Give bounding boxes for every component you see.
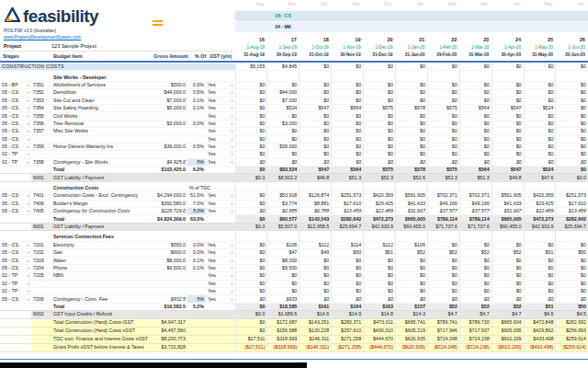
stage-select[interactable]: 05 - CS▾ [0,192,31,200]
website-link[interactable]: www.PropertyDevelopmentSystem.com [4,35,81,40]
gst-select[interactable]: Yes▾ [206,120,235,127]
gross-amount-cell[interactable]: $550.0 [149,241,187,248]
gst-select[interactable]: Yes▾ [206,248,235,256]
gst-select[interactable]: Yes▾ [206,241,235,248]
month-value-cell: $0 [300,264,332,271]
gst-select[interactable]: Yes▾ [206,257,235,264]
stage-select[interactable]: 02 - TP▾ [0,272,31,280]
pct-cell[interactable]: 5% [187,158,206,166]
gross-amount-cell[interactable]: $39,000.0 [149,143,187,150]
gross-amount-cell[interactable]: $4,294,000.0 [149,192,187,200]
stage-select[interactable]: 05 - CS▾ [0,264,31,271]
gst-select[interactable]: Yes▾ [206,208,235,215]
gst-select[interactable]: Yes▾ [206,104,235,111]
gst-select[interactable]: Yes▾ [206,151,235,158]
month-value-cell: $0 [395,128,427,135]
stage-select[interactable]: 05 - CS▾ [0,97,31,104]
stage-select[interactable]: 05 - CS▾ [0,104,31,111]
budget-code-cell[interactable]: 7357 [31,128,51,135]
stage-select[interactable]: 05 - CS▾ [0,143,31,150]
gross-amount-cell[interactable] [149,128,187,135]
budget-code-cell[interactable]: 7358 [31,158,51,166]
gross-amount-cell[interactable]: $9,500.0 [149,264,187,271]
month-value-cell: $0 [459,264,492,271]
stage-select[interactable]: 05 - CS▾ [0,248,31,256]
gross-amount-cell[interactable]: $8,000.0 [149,257,187,264]
gross-amount-cell[interactable]: $3,000.0 [149,120,187,127]
stage-select[interactable]: 05 - CS▾ [0,89,31,97]
month-value-cell: $142,543 [300,215,332,223]
gst-select[interactable]: Yes▾ [206,287,235,294]
gross-amount-cell[interactable] [149,151,187,158]
budget-code-cell[interactable]: 7352 [31,89,51,97]
pct-cell[interactable]: 5.0% [187,208,206,215]
budget-code-cell[interactable]: 7356 [31,120,51,127]
gst-select[interactable]: Yes▾ [206,295,235,303]
stage-select[interactable]: 05 - CS▾ [0,128,31,135]
gross-amount-cell[interactable] [149,280,187,287]
pct-cell[interactable]: 5% [187,295,206,303]
budget-code-cell[interactable]: 7353 [31,97,51,104]
gst-select[interactable]: Yes▾ [206,81,235,88]
gross-amount-cell[interactable]: $932.5 [149,295,187,303]
gross-amount-cell[interactable]: $7,000.0 [149,97,187,104]
gross-amount-cell[interactable]: $600.0 [149,248,187,256]
budget-code-cell[interactable]: 7204 [31,264,51,271]
stage-select[interactable]: 05 - CS▾ [0,112,31,120]
gross-amount-cell[interactable] [149,272,187,280]
stage-select[interactable]: 02 - TP▾ [0,151,31,158]
gst-select[interactable]: Yes▾ [206,280,235,287]
budget-code-cell[interactable]: 7202 [31,248,51,256]
budget-code-cell[interactable]: 7206 [31,295,51,303]
stage-select[interactable]: 05 - CS▾ [0,135,31,143]
gst-select[interactable]: Yes▾ [206,128,235,135]
gross-amount-cell[interactable]: $44,000.0 [149,89,187,97]
budget-code-cell[interactable]: 7401 [31,192,51,200]
budget-code-cell[interactable]: 7359 [31,143,51,150]
budget-code-cell[interactable]: 7355 [31,112,51,120]
budget-code-cell[interactable]: 7203 [31,257,51,264]
gross-amount-cell[interactable] [149,112,187,120]
gst-select[interactable]: Yes▾ [206,135,235,143]
budget-code-cell[interactable] [31,280,51,287]
gross-amount-cell[interactable]: $500.0 [149,81,187,88]
month-value-cell: $0 [395,63,427,71]
gross-amount-cell[interactable]: $300,580.0 [149,200,187,207]
stage-select[interactable]: 05 - CS▾ [0,257,31,264]
gross-amount-cell[interactable]: $4,925.0 [149,158,187,166]
budget-code-cell[interactable] [31,287,51,294]
stage-select[interactable]: 05 - CS▾ [0,241,31,248]
gross-amount-cell[interactable]: $5,000.0 [149,104,187,111]
stage-select[interactable]: 05 - CS▾ [0,120,31,127]
stage-select[interactable]: 05 - CS▾ [0,200,31,207]
budget-code-cell[interactable] [31,151,51,158]
gst-select[interactable]: Yes▾ [206,158,235,166]
budget-code-cell[interactable]: 7351 [31,81,51,88]
gross-amount-cell[interactable]: $229,729.0 [149,208,187,215]
budget-code-cell[interactable]: 7405 [31,208,51,215]
stage-select[interactable]: 05 - CS▾ [0,295,31,303]
budget-code-cell[interactable] [31,135,51,143]
budget-code-cell[interactable]: 7201 [31,241,51,248]
stage-select[interactable]: 02 - TP▾ [0,158,31,166]
gst-select[interactable]: Yes▾ [206,192,235,200]
gst-select[interactable]: Yes▾ [206,264,235,271]
stage-select[interactable]: 05 - CS▾ [0,208,31,215]
project-name[interactable]: 123 Sample Project [51,43,96,49]
gross-amount-cell[interactable] [149,135,187,143]
gst-select[interactable]: Yes▾ [206,97,235,104]
gross-amount-cell[interactable] [149,287,187,294]
budget-code-cell[interactable]: 7205 [31,272,51,280]
gst-select[interactable]: Yes▾ [206,200,235,207]
gst-select[interactable]: Yes▾ [206,112,235,120]
budget-code-cell[interactable]: 7354 [31,104,51,111]
gst-select[interactable]: Yes▾ [206,89,235,97]
gst-select[interactable]: Yes▾ [206,272,235,280]
stage-select[interactable]: 02 - TP▾ [0,280,31,287]
gst-select[interactable]: Yes▾ [206,143,235,150]
stage-select[interactable]: 02 - TP▾ [0,287,31,294]
budget-code-cell[interactable]: 7406 [31,200,51,207]
app-version: POS PSF v3.0 (Australian) [4,29,56,33]
stage-select[interactable]: 03 - BP▾ [0,81,31,88]
month-value-cell [235,74,267,81]
